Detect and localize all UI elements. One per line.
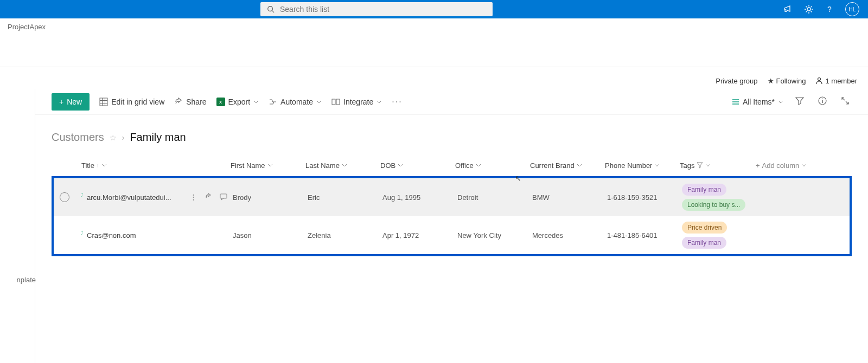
chevron-down-icon — [316, 99, 322, 105]
chevron-down-icon — [101, 163, 107, 168]
svg-point-4 — [818, 78, 821, 81]
following-toggle[interactable]: ★ Following — [768, 77, 806, 85]
more-actions-button[interactable]: ··· — [392, 97, 402, 107]
svg-rect-11 — [336, 99, 340, 105]
chevron-down-icon — [705, 163, 711, 168]
cell-office: Detroit ↖ — [457, 178, 532, 216]
info-icon — [818, 96, 827, 105]
chevron-down-icon — [654, 163, 660, 168]
tag-pill[interactable]: Family man — [682, 237, 726, 249]
favorite-star-icon[interactable]: ☆ — [110, 133, 117, 142]
mouse-cursor-icon: ↖ — [515, 174, 521, 183]
svg-rect-18 — [220, 194, 227, 198]
cell-phone: 1-618-159-3521 — [607, 178, 682, 216]
svg-point-17 — [822, 98, 823, 99]
export-button[interactable]: x Export — [216, 98, 259, 106]
column-header-office[interactable]: Office — [455, 161, 530, 170]
add-column-button[interactable]: + Add column — [756, 161, 852, 170]
cell-last-name: Eric — [308, 178, 382, 216]
svg-rect-5 — [100, 98, 107, 106]
column-header-brand[interactable]: Current Brand — [530, 161, 605, 170]
sort-asc-icon: ↑ — [97, 163, 99, 168]
person-icon — [815, 77, 823, 85]
chevron-down-icon — [476, 163, 481, 168]
integrate-button[interactable]: Integrate — [331, 98, 382, 106]
chevron-down-icon — [376, 99, 382, 105]
view-selector[interactable]: All Items* — [732, 98, 783, 106]
cell-title[interactable]: ⤴ arcu.Morbi@vulputatedui... ⋮ — [75, 178, 233, 216]
svg-point-2 — [807, 8, 810, 11]
svg-point-0 — [268, 7, 273, 11]
share-button[interactable]: Share — [174, 98, 206, 106]
chevron-down-icon — [801, 163, 807, 168]
row-select[interactable] — [60, 192, 69, 202]
cell-tags: Price driven Family man — [682, 216, 758, 254]
tag-pill[interactable]: Family man — [682, 184, 726, 196]
search-input[interactable] — [280, 5, 486, 14]
column-header-phone[interactable]: Phone Number — [605, 161, 680, 170]
plus-icon: + — [59, 98, 63, 106]
automate-button[interactable]: Automate — [269, 98, 322, 106]
column-header-tags[interactable]: Tags — [680, 161, 756, 170]
page-meta: Private group ★ Following 1 member — [0, 67, 868, 89]
svg-rect-10 — [332, 99, 335, 105]
cell-last-name: Zelenia — [308, 216, 382, 254]
cell-first-name: Brody — [233, 178, 308, 216]
integrate-icon — [331, 98, 340, 106]
avatar[interactable]: HL — [845, 2, 859, 16]
tag-pill[interactable]: Looking to buy s... — [682, 199, 745, 211]
chevron-down-icon — [342, 163, 347, 168]
plus-icon: + — [756, 161, 760, 170]
column-header-dob[interactable]: DOB — [380, 161, 455, 170]
filter-button[interactable] — [793, 94, 806, 109]
open-item-icon[interactable] — [205, 193, 212, 202]
grid-icon — [99, 98, 108, 106]
more-row-actions[interactable]: ⋮ — [190, 193, 197, 202]
chevron-down-icon — [253, 99, 259, 105]
cell-first-name: Jason — [233, 216, 308, 254]
cell-title[interactable]: ⤴ Cras@non.com — [75, 216, 233, 254]
members-link[interactable]: 1 member — [815, 77, 857, 85]
info-button[interactable] — [816, 94, 829, 109]
site-bar: ProjectApex — [0, 18, 868, 67]
excel-icon: x — [216, 98, 225, 106]
expand-icon — [841, 96, 850, 105]
column-header-title[interactable]: Title ↑ — [73, 161, 231, 170]
list-table: Title ↑ First Name Last Name DOB O — [35, 154, 868, 256]
gear-icon[interactable] — [804, 4, 814, 14]
cell-brand: Mercedes — [532, 216, 607, 254]
expand-button[interactable] — [839, 94, 852, 109]
chevron-down-icon — [577, 163, 582, 168]
command-bar: + New Edit in grid view Share x Export A… — [35, 89, 868, 115]
table-row[interactable]: ⤴ arcu.Morbi@vulputatedui... ⋮ Br — [54, 178, 850, 216]
help-icon[interactable]: ? — [825, 4, 834, 14]
svg-text:?: ? — [827, 5, 832, 14]
chevron-down-icon — [267, 163, 273, 168]
chevron-right-icon: › — [122, 133, 125, 142]
megaphone-icon[interactable] — [783, 4, 793, 14]
left-nav-gutter: nplate — [0, 89, 35, 363]
table-row[interactable]: ⤴ Cras@non.com Jason Zelenia Apr 1, 1972… — [54, 216, 850, 254]
search-icon — [267, 5, 275, 13]
column-header-last-name[interactable]: Last Name — [305, 161, 380, 170]
cell-office: New York City — [457, 216, 532, 254]
tag-pill[interactable]: Price driven — [682, 222, 727, 234]
edit-grid-button[interactable]: Edit in grid view — [99, 98, 164, 106]
left-gutter-text: nplate — [17, 276, 36, 284]
table-body-highlighted: ⤴ arcu.Morbi@vulputatedui... ⋮ Br — [52, 176, 852, 256]
link-indicator-icon: ⤴ — [81, 230, 84, 236]
private-group-label: Private group — [716, 77, 757, 85]
search-box[interactable] — [260, 2, 493, 16]
filter-icon — [795, 96, 804, 105]
comment-icon[interactable] — [220, 193, 227, 202]
table-header: Title ↑ First Name Last Name DOB O — [52, 154, 852, 176]
filter-applied-icon — [697, 162, 703, 168]
top-bar: ? HL — [0, 0, 868, 18]
cell-dob: Aug 1, 1995 — [382, 178, 457, 216]
cell-phone: 1-481-185-6401 — [607, 216, 682, 254]
list-lines-icon — [732, 98, 739, 106]
column-header-first-name[interactable]: First Name — [231, 161, 305, 170]
share-icon — [174, 98, 183, 106]
breadcrumb-parent[interactable]: Customers — [52, 131, 104, 144]
new-button[interactable]: + New — [52, 93, 90, 111]
